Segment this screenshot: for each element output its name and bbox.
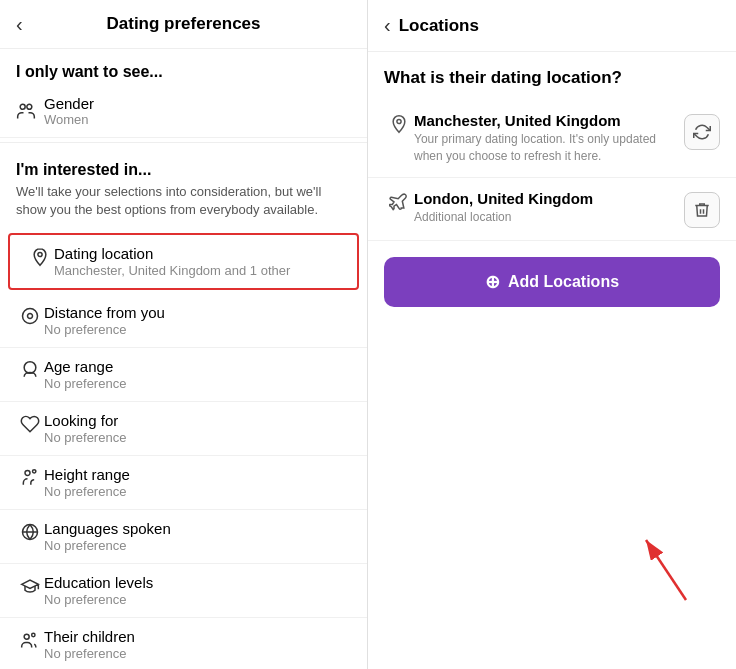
dating-location-value: Manchester, United Kingdom and 1 other [54, 263, 341, 278]
svg-point-5 [25, 471, 30, 476]
menu-item-dating-location[interactable]: Dating location Manchester, United Kingd… [8, 233, 359, 290]
children-value: No preference [44, 646, 351, 661]
add-locations-button[interactable]: ⊕ Add Locations [384, 257, 720, 307]
svg-point-0 [20, 104, 25, 109]
menu-item-languages[interactable]: Languages spoken No preference [0, 510, 367, 564]
menu-item-looking-for[interactable]: Looking for No preference [0, 402, 367, 456]
education-value: No preference [44, 592, 351, 607]
age-range-label: Age range [44, 358, 351, 375]
section-interested-heading: I'm interested in... [0, 147, 367, 183]
right-panel-title: Locations [399, 16, 479, 36]
svg-point-2 [38, 253, 42, 257]
svg-point-4 [28, 314, 33, 319]
additional-location-content: London, United Kingdom Additional locati… [414, 190, 684, 226]
age-range-icon [16, 360, 44, 380]
additional-location-name: London, United Kingdom [414, 190, 684, 207]
languages-icon [16, 522, 44, 542]
height-range-content: Height range No preference [44, 466, 351, 499]
languages-content: Languages spoken No preference [44, 520, 351, 553]
dating-location-content: Dating location Manchester, United Kingd… [54, 245, 341, 278]
right-back-button[interactable]: ‹ [384, 14, 391, 37]
section-only-see-heading: I only want to see... [0, 49, 367, 85]
primary-location-desc: Your primary dating location. It's only … [414, 131, 684, 165]
add-locations-plus-icon: ⊕ [485, 271, 500, 293]
education-label: Education levels [44, 574, 351, 591]
location-item-primary: Manchester, United Kingdom Your primary … [368, 100, 736, 178]
looking-for-icon [16, 414, 44, 434]
svg-point-6 [33, 470, 36, 473]
svg-point-10 [397, 119, 401, 123]
distance-label: Distance from you [44, 304, 351, 321]
primary-location-icon [384, 114, 414, 134]
education-icon [16, 576, 44, 596]
left-back-button[interactable]: ‹ [16, 13, 23, 36]
location-question: What is their dating location? [368, 52, 736, 100]
add-locations-label: Add Locations [508, 273, 619, 291]
left-panel-title: Dating preferences [107, 14, 261, 34]
age-range-value: No preference [44, 376, 351, 391]
delete-location-button[interactable] [684, 192, 720, 228]
menu-item-distance[interactable]: Distance from you No preference [0, 294, 367, 348]
children-icon [16, 630, 44, 650]
looking-for-content: Looking for No preference [44, 412, 351, 445]
languages-value: No preference [44, 538, 351, 553]
gender-label: Gender [44, 95, 94, 112]
arrow-annotation [636, 530, 696, 614]
section-interested-desc: We'll take your selections into consider… [0, 183, 367, 229]
refresh-location-button[interactable] [684, 114, 720, 150]
height-range-icon [16, 468, 44, 488]
height-range-value: No preference [44, 484, 351, 499]
children-content: Their children No preference [44, 628, 351, 661]
svg-point-8 [24, 635, 29, 640]
children-label: Their children [44, 628, 351, 645]
location-icon [26, 247, 54, 267]
menu-item-children[interactable]: Their children No preference [0, 618, 367, 669]
menu-item-age-range[interactable]: Age range No preference [0, 348, 367, 402]
distance-icon [16, 306, 44, 326]
gender-icon [16, 101, 44, 121]
left-header: ‹ Dating preferences [0, 0, 367, 49]
looking-for-value: No preference [44, 430, 351, 445]
gender-row[interactable]: Gender Women [0, 85, 367, 138]
dating-location-label: Dating location [54, 245, 341, 262]
height-range-label: Height range [44, 466, 351, 483]
primary-location-content: Manchester, United Kingdom Your primary … [414, 112, 684, 165]
age-range-content: Age range No preference [44, 358, 351, 391]
right-header: ‹ Locations [368, 0, 736, 52]
left-panel: ‹ Dating preferences I only want to see.… [0, 0, 368, 669]
location-item-additional: London, United Kingdom Additional locati… [368, 178, 736, 241]
menu-item-height-range[interactable]: Height range No preference [0, 456, 367, 510]
svg-point-1 [27, 104, 32, 109]
right-panel: ‹ Locations What is their dating locatio… [368, 0, 736, 669]
distance-content: Distance from you No preference [44, 304, 351, 337]
languages-label: Languages spoken [44, 520, 351, 537]
additional-location-icon [384, 192, 414, 212]
gender-content: Gender Women [44, 95, 94, 127]
looking-for-label: Looking for [44, 412, 351, 429]
svg-line-12 [646, 540, 686, 600]
education-content: Education levels No preference [44, 574, 351, 607]
gender-value: Women [44, 112, 94, 127]
menu-item-education[interactable]: Education levels No preference [0, 564, 367, 618]
additional-location-desc: Additional location [414, 209, 684, 226]
svg-point-9 [32, 634, 35, 637]
distance-value: No preference [44, 322, 351, 337]
svg-point-3 [23, 309, 38, 324]
primary-location-name: Manchester, United Kingdom [414, 112, 684, 129]
